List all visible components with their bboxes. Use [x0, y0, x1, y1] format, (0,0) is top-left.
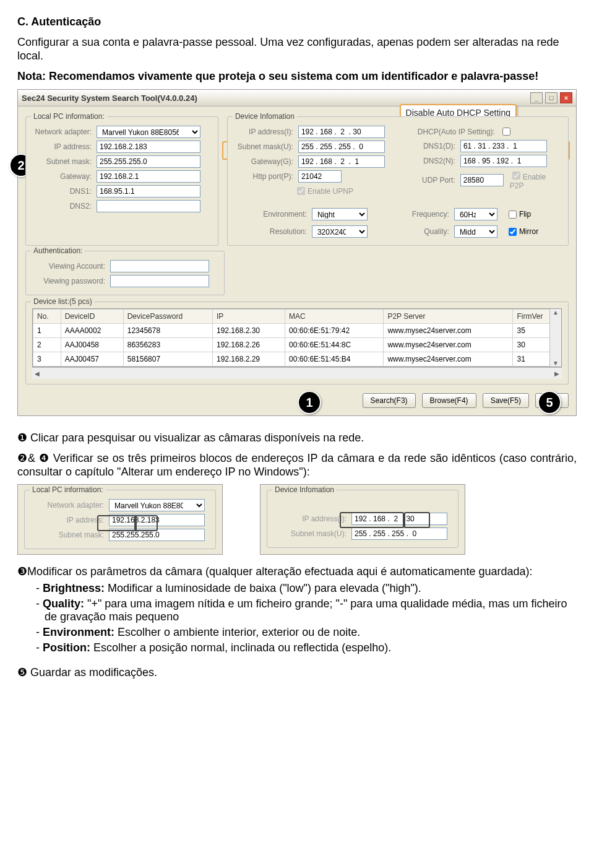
save-button[interactable]: Save(F5) [483, 393, 529, 408]
localip-input[interactable] [97, 141, 200, 153]
udp-label: UDP Port: [402, 176, 460, 184]
snip-r-sub-l: Subnet mask(U): [273, 529, 351, 538]
snippets-row: Local PC information: Network adapter:Ma… [17, 484, 577, 555]
snip-r-ip[interactable] [351, 513, 447, 525]
p2p-checkbox [512, 171, 520, 180]
snip-r-sub[interactable] [351, 527, 447, 540]
table-cell: 192.168.2.30 [212, 324, 285, 338]
browse-button[interactable]: Browse(F4) [422, 393, 476, 408]
intro-text-2: Nota: Recomendamos vivamente que proteja… [17, 69, 577, 84]
vertical-scrollbar[interactable] [549, 309, 561, 367]
intro-text-1: Configurar a sua conta e palavra-passe p… [17, 35, 577, 63]
devip-label: IP address(I): [234, 128, 298, 136]
table-cell: 192.168.2.29 [212, 352, 285, 367]
snip-l-ip-l: IP address: [31, 516, 109, 524]
dhcp-label: DHCP(Auto IP Setting): [402, 128, 500, 136]
table-cell: 00:60:6E:51:44:8C [285, 338, 384, 352]
flip-checkbox[interactable] [509, 210, 517, 219]
device-table-wrap: No.DeviceIDDevicePasswordIPMACP2P Server… [32, 308, 562, 367]
table-row[interactable]: 3AAJ0045758156807192.168.2.2900:60:6E:51… [33, 352, 561, 367]
table-cell: 2 [33, 338, 61, 352]
local-pc-group: Local PC information: Network adapter:Ma… [25, 116, 218, 246]
devsub-input[interactable] [298, 141, 385, 153]
res-select[interactable]: 320X240 [312, 225, 368, 238]
table-header: P2P Server [384, 310, 513, 324]
step-1: ❶ Clicar para pesquisar ou visualizar as… [17, 431, 577, 445]
localdns1-input[interactable] [97, 185, 200, 197]
table-row[interactable]: 1AAAA000212345678192.168.2.3000:60:6E:51… [33, 324, 561, 338]
maximize-icon[interactable]: □ [545, 92, 557, 103]
table-cell: 3 [33, 352, 61, 367]
table-cell: www.mysec24server.com [384, 338, 513, 352]
table-cell: 00:60:6E:51:79:42 [285, 324, 384, 338]
local-legend: Local PC information: [31, 112, 107, 121]
table-cell: 86356283 [123, 338, 212, 352]
window-title: Sec24 Security System Search Tool(V4.0.0… [22, 93, 197, 103]
localdns1-label: DNS1: [32, 187, 97, 196]
view-account-input[interactable] [110, 260, 209, 272]
table-cell: AAJ00458 [61, 338, 123, 352]
localsub-input[interactable] [97, 155, 200, 168]
udp-input[interactable] [460, 174, 504, 186]
upnp-label: Enable UPNP [308, 187, 353, 196]
devdns2-input[interactable] [460, 155, 547, 167]
dhcp-checkbox[interactable] [502, 128, 510, 136]
step-3-intro: ❸Modificar os parâmetros da câmara (qual… [17, 565, 577, 579]
devlist-legend: Device list:(5 pcs) [31, 297, 95, 306]
qual-select[interactable]: Middle [454, 225, 497, 238]
env-label: Environment: [234, 210, 312, 219]
snip-r-ip-l: IP address(I): [273, 514, 351, 523]
devgw-label: Gateway(G): [234, 157, 298, 166]
table-header: MAC [285, 310, 384, 324]
table-row[interactable]: 2AAJ0045886356283192.168.2.2600:60:6E:51… [33, 338, 561, 352]
device-table: No.DeviceIDDevicePasswordIPMACP2P Server… [33, 309, 561, 367]
flip-label: Flip [519, 210, 531, 219]
http-label: Http port(P): [234, 172, 298, 181]
table-header: DeviceID [61, 310, 123, 324]
snip-l-adapter[interactable]: Marvell Yukon 88E8056 PC [109, 499, 205, 511]
table-cell: AAAA0002 [61, 324, 123, 338]
devdns1-input[interactable] [460, 140, 547, 152]
view-account-label: Viewing Account: [32, 262, 110, 271]
table-cell: www.mysec24server.com [384, 352, 513, 367]
mirror-checkbox[interactable] [509, 228, 517, 236]
snip-l-ip[interactable] [109, 514, 205, 526]
snippet-device: Device Infomation IP address(I): Subnet … [260, 484, 465, 555]
bullet-brightness: - Brightness: Modificar a luminosidade d… [36, 582, 577, 595]
table-cell: AAJ00457 [61, 352, 123, 367]
minimize-icon[interactable]: _ [530, 92, 543, 103]
step-2-4: ❷& ❹ Verificar se os três primeiros bloc… [17, 451, 577, 479]
table-cell: 1 [33, 324, 61, 338]
table-cell: 12345678 [123, 324, 212, 338]
step-3-bullets: - Brightness: Modificar a luminosidade d… [17, 582, 577, 654]
adapter-select[interactable]: Marvell Yukon 88E8056 PC [97, 126, 200, 138]
view-password-input[interactable] [110, 275, 209, 287]
search-button[interactable]: Search(F3) [363, 393, 416, 408]
bullet-environment: - Environment: Escolher o ambiente inter… [36, 626, 577, 639]
table-cell: www.mysec24server.com [384, 324, 513, 338]
heading: C. Autenticação [17, 15, 101, 28]
localsub-label: Subnet mask: [32, 157, 97, 166]
snip-l-sub[interactable] [109, 529, 205, 541]
snip-l-adapter-l: Network adapter: [31, 501, 109, 510]
table-cell: 58156807 [123, 352, 212, 367]
close-icon[interactable]: × [560, 92, 572, 103]
localdns2-input[interactable] [97, 200, 200, 212]
search-tool-window: Sec24 Security System Search Tool(V4.0.0… [17, 89, 577, 416]
freq-select[interactable]: 60Hz [454, 208, 497, 220]
http-input[interactable] [298, 170, 342, 183]
bullet-quality: - Quality: "+" para uma imagem nítida e … [36, 597, 577, 623]
devip-input[interactable] [298, 126, 385, 138]
snippet-local: Local PC information: Network adapter:Ma… [17, 484, 223, 555]
devsub-label: Subnet mask(U): [234, 142, 298, 151]
mirror-label: Mirror [519, 227, 538, 236]
res-label: Resolution: [234, 227, 312, 236]
localgw-input[interactable] [97, 170, 200, 183]
step-5: ❺ Guardar as modificações. [17, 666, 577, 680]
env-select[interactable]: Night [312, 208, 368, 220]
snip-l-sub-l: Subnet mask: [31, 531, 109, 539]
devgw-input[interactable] [298, 155, 385, 168]
window-controls: _ □ × [530, 92, 572, 103]
auth-legend: Authentication: [31, 246, 85, 255]
horizontal-scrollbar[interactable]: ◀▶ [32, 367, 562, 379]
